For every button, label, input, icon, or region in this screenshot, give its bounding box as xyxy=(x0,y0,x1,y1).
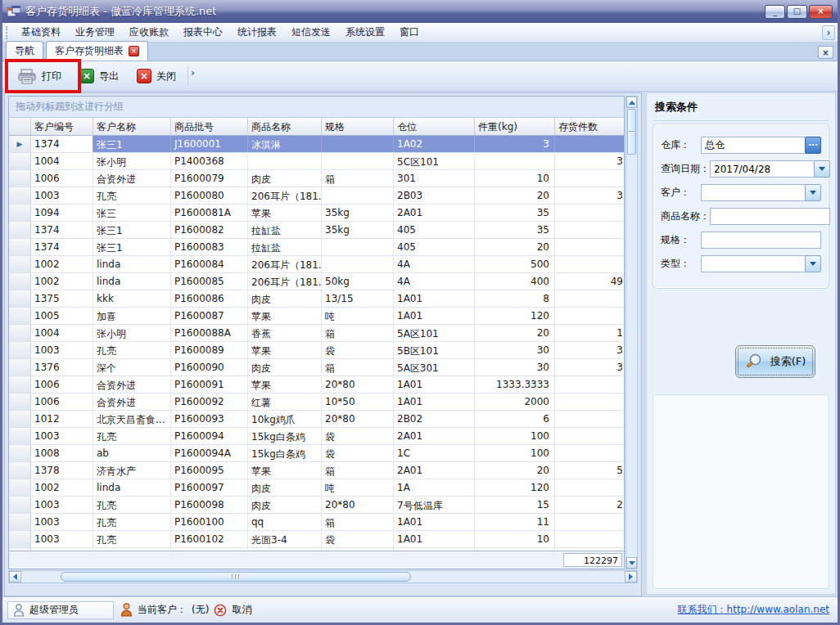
cell-slot: 5C区101 xyxy=(394,153,475,169)
column-header-no[interactable]: 客户编号 xyxy=(31,118,93,135)
menu-item-6[interactable]: 短信发送 xyxy=(284,23,338,43)
horizontal-scroll-thumb[interactable] xyxy=(61,572,411,582)
cell-product: 光面3-4 xyxy=(248,531,322,547)
cell-spec xyxy=(322,153,394,169)
column-header-qty[interactable]: 存货件数 xyxy=(555,118,624,135)
dropdown-button[interactable] xyxy=(805,184,821,201)
dropdown-button[interactable] xyxy=(805,255,821,272)
table-row[interactable]: 1012北京天昌斋食...P160009310kg鸡爪20*802B026 xyxy=(9,411,624,428)
minimize-button[interactable]: _ xyxy=(765,5,785,19)
table-row[interactable]: 1002lindaP1600085206耳片（181...50kg4A40049 xyxy=(9,273,624,290)
table-row[interactable]: 1003孔亮P1600102光面3-4袋1A0110 xyxy=(9,531,624,548)
menu-item-3[interactable]: 应收账款 xyxy=(122,23,176,43)
field-input-query-date[interactable] xyxy=(710,160,815,178)
column-header-batch[interactable]: 商品批号 xyxy=(171,118,248,135)
cell-slot: 1A01 xyxy=(394,531,475,547)
table-row[interactable]: 1006合资外进P1600091苹果20*801A011333.3333 xyxy=(9,376,624,393)
tab-1[interactable]: 导航 xyxy=(6,41,43,61)
scroll-right-button[interactable] xyxy=(625,571,637,582)
table-row[interactable]: 1094张三P1600081A苹果35kg2A0135 xyxy=(9,205,624,222)
close-x-icon: × xyxy=(137,69,151,83)
cell-spec: 吨 xyxy=(322,479,394,496)
table-row[interactable]: 1374张三1P1600083拉缸盐40520 xyxy=(9,239,624,256)
column-header-name[interactable]: 客户名称 xyxy=(93,118,171,135)
cell-product: 肉皮 xyxy=(248,170,322,187)
scroll-up-button[interactable] xyxy=(626,97,637,108)
chevron-down-icon xyxy=(819,167,825,171)
column-header-weight[interactable]: 件重(kg) xyxy=(475,118,555,135)
table-row[interactable]: 1008abP1600094A15kg白条鸡袋1C100 xyxy=(9,445,624,462)
cell-weight: 35 xyxy=(475,205,555,221)
column-header-product[interactable]: 商品名称 xyxy=(248,118,322,135)
cell-weight: 500 xyxy=(475,256,555,272)
table-row[interactable]: 1374张三1P1600082拉缸盐35kg40535 xyxy=(9,222,624,239)
menu-item-7[interactable]: 系统设置 xyxy=(338,23,392,43)
menu-overflow-chevron-icon[interactable]: › xyxy=(822,25,835,40)
tabstrip-close-button[interactable]: × xyxy=(818,46,833,59)
menu-item-5[interactable]: 统计报表 xyxy=(230,23,284,43)
table-row[interactable]: 1375kkkP1600086肉皮13/151A018 xyxy=(9,290,624,308)
table-row[interactable]: 1006合资外进P1600092红薯10*501A012000 xyxy=(9,393,624,411)
table-row[interactable]: 1378济青水产P1600095苹果箱2A01205 xyxy=(9,462,624,479)
maximize-button[interactable]: □ xyxy=(787,5,807,19)
vertical-scrollbar[interactable] xyxy=(625,96,638,569)
search-field-product-name: 商品名称： xyxy=(661,208,821,225)
search-field-query-date: 查询日期： xyxy=(661,160,821,178)
chevron-down-icon xyxy=(810,262,816,266)
tab-2[interactable]: 客户存货明细表× xyxy=(46,41,148,61)
table-row[interactable]: 1003孔亮P160009415kg白条鸡袋2A01100 xyxy=(9,428,624,445)
search-button[interactable]: 搜索(F) xyxy=(735,345,815,378)
dropdown-button[interactable] xyxy=(814,160,830,178)
table-row[interactable]: 1005加喜P1600087苹果吨1A01120 xyxy=(9,308,624,325)
cell-name: 合资外进 xyxy=(93,393,171,410)
table-row[interactable]: 1003孔亮P1600080206耳片（181...2B03203 xyxy=(9,187,624,205)
cell-weight: 2000 xyxy=(475,393,555,410)
export-button[interactable]: × 导出 xyxy=(73,65,125,87)
scroll-down-button[interactable] xyxy=(626,557,637,569)
cell-no: 1094 xyxy=(31,205,93,221)
field-input-product-name[interactable] xyxy=(710,208,830,225)
field-input-customer[interactable] xyxy=(701,184,806,201)
column-header-slot[interactable]: 仓位 xyxy=(394,118,475,135)
cell-batch: P1600087 xyxy=(171,308,248,324)
table-row[interactable]: 1002lindaP1600097肉皮吨1A120 xyxy=(9,479,624,497)
tab-close-icon[interactable]: × xyxy=(129,46,139,56)
field-input-type[interactable] xyxy=(701,255,806,272)
column-header-spec[interactable]: 规格 xyxy=(322,118,394,135)
field-label-query-date: 查询日期： xyxy=(661,162,710,176)
print-button[interactable]: 打印 xyxy=(11,65,68,88)
group-by-panel[interactable]: 拖动列标题到这进行分组 xyxy=(9,97,624,118)
menu-item-1[interactable]: 基础资料 xyxy=(14,23,68,43)
field-control-product-name xyxy=(710,208,830,225)
ellipsis-button[interactable]: ... xyxy=(805,137,821,154)
cell-batch: P1600095 xyxy=(171,462,248,479)
table-row[interactable]: 1003孔亮P1600089苹果袋5B区101303 xyxy=(9,342,624,359)
table-row[interactable]: 1002lindaP1600084206耳片（181...4A500 xyxy=(9,256,624,273)
table-row[interactable]: 1006合资外进P1600079肉皮箱30110 xyxy=(9,170,624,187)
field-input-spec[interactable] xyxy=(701,232,821,249)
contact-link[interactable]: 联系我们：http://www.aolan.net xyxy=(678,603,829,617)
cell-spec: 吨 xyxy=(322,308,394,324)
menu-item-4[interactable]: 报表中心 xyxy=(176,23,230,43)
cell-name: 孔亮 xyxy=(93,187,171,204)
table-row[interactable]: 1003孔亮P1600098肉皮20*807号低温库152 xyxy=(9,497,624,514)
table-row[interactable]: 1004张小明P1600088A香蕉箱5A区101201 xyxy=(9,325,624,342)
vertical-scroll-thumb[interactable] xyxy=(627,109,636,155)
table-row[interactable]: 1003孔亮P1600100qq箱1A0111 xyxy=(9,514,624,531)
close-report-button[interactable]: × 关闭 xyxy=(130,65,183,87)
row-indicator xyxy=(9,273,31,290)
menu-item-8[interactable]: 窗口 xyxy=(392,23,427,43)
cancel-customer-button[interactable]: 取消 xyxy=(232,603,251,617)
row-indicator xyxy=(9,411,31,427)
menu-item-2[interactable]: 业务管理 xyxy=(68,23,122,43)
table-row[interactable]: ▶1374张三1J1600001冰淇淋1A023 xyxy=(9,136,624,153)
cell-slot: 405 xyxy=(394,239,475,255)
toolbar-overflow-chevron-icon[interactable]: › xyxy=(187,66,197,86)
field-input-warehouse[interactable] xyxy=(701,137,806,154)
horizontal-scrollbar[interactable] xyxy=(8,570,638,583)
table-row[interactable]: 1004张小明P14003685C区1013 xyxy=(9,153,624,170)
menubar: 基础资料业务管理应收账款报表中心统计报表短信发送系统设置窗口 › xyxy=(2,23,838,43)
scroll-left-button[interactable] xyxy=(9,571,21,582)
table-row[interactable]: 1376深个P1600090肉皮箱5A区301303 xyxy=(9,359,624,376)
close-button[interactable]: × xyxy=(809,5,833,19)
